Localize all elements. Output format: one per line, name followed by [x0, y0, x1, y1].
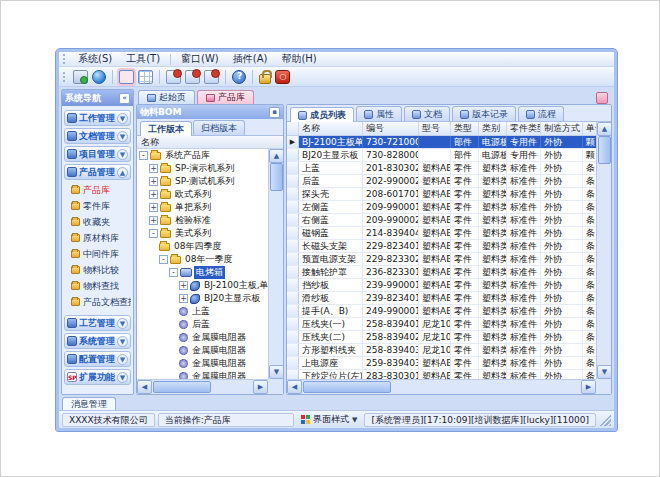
- table-horizontal-scrollbar[interactable]: ◀ ▶: [287, 379, 596, 394]
- table-hscroll-thumb[interactable]: [303, 381, 391, 393]
- tree-item-7[interactable]: 08年四季度: [137, 240, 268, 253]
- column-header-0[interactable]: 名称: [299, 122, 363, 135]
- menu-item-0[interactable]: 系统(S): [71, 52, 119, 66]
- expand-icon[interactable]: +: [149, 190, 158, 199]
- sidebar-item-1[interactable]: 零件库: [68, 198, 131, 214]
- sidebar-item-2[interactable]: 收藏夹: [68, 214, 131, 230]
- row-selector[interactable]: [287, 266, 299, 278]
- tree-item-12[interactable]: 上盖: [137, 305, 268, 318]
- collapse-icon[interactable]: -: [159, 255, 168, 264]
- tree-item-16[interactable]: 金属膜电阻器: [137, 357, 268, 370]
- row-selector[interactable]: [287, 357, 299, 369]
- table-row[interactable]: 下纱定位片(左)283-830301-00X塑料ABS零件塑料类标准件外协条: [287, 370, 596, 379]
- sidebar-section-0[interactable]: 工作管理▼: [64, 110, 131, 126]
- row-selector[interactable]: [287, 149, 299, 161]
- row-selector[interactable]: [287, 253, 299, 265]
- tree-horizontal-scrollbar[interactable]: ◀ ▶: [137, 379, 268, 394]
- collapse-sidebar-icon[interactable]: «: [119, 93, 130, 104]
- tree-item-9[interactable]: -电烤箱: [137, 266, 268, 279]
- scroll-up-icon[interactable]: ▲: [269, 149, 283, 163]
- tree-item-14[interactable]: 金属膜电阻器: [137, 331, 268, 344]
- sidebar-item-5[interactable]: 物料比较: [68, 262, 131, 278]
- row-selector[interactable]: [287, 201, 299, 213]
- chevron-down-icon[interactable]: ▼: [117, 131, 128, 142]
- row-selector[interactable]: [287, 240, 299, 252]
- scroll-up-icon[interactable]: ▲: [597, 122, 611, 136]
- collapse-icon[interactable]: -: [169, 268, 178, 277]
- sidebar-section-2[interactable]: 项目管理▼: [64, 146, 131, 162]
- column-header-6[interactable]: 制造方式: [541, 122, 583, 135]
- tree-item-3[interactable]: +欧式系列: [137, 188, 268, 201]
- table-row[interactable]: 长磁头支架229-823401-00X塑料ABS零件塑料类标准件外协条: [287, 240, 596, 253]
- table-row[interactable]: 探头壳208-601701-01X塑料ABS零件塑料类标准件外协条: [287, 188, 596, 201]
- toolbar-grip[interactable]: [63, 72, 67, 82]
- menubar-grip[interactable]: [63, 54, 67, 64]
- expand-icon[interactable]: +: [149, 164, 158, 173]
- chevron-down-icon[interactable]: ▼: [117, 113, 128, 124]
- tree-vertical-scrollbar[interactable]: ▲ ▼: [268, 149, 283, 379]
- column-header-5[interactable]: 零件类型: [507, 122, 541, 135]
- member-tab-2[interactable]: 文档: [404, 106, 450, 121]
- doc-tab-1[interactable]: 产品库: [197, 90, 254, 104]
- sidebar-section-6[interactable]: 配置管理▼: [64, 351, 131, 367]
- chevron-down-icon[interactable]: ▼: [117, 354, 128, 365]
- collapse-icon[interactable]: -: [149, 229, 158, 238]
- close-tab-icon[interactable]: [596, 92, 608, 104]
- expand-icon[interactable]: +: [149, 203, 158, 212]
- sidebar-item-6[interactable]: 物料查找: [68, 278, 131, 294]
- sidebar-section-7[interactable]: SP扩展功能▼: [64, 369, 131, 385]
- sidebar-item-3[interactable]: 原材料库: [68, 230, 131, 246]
- row-selector[interactable]: [287, 292, 299, 304]
- close-window3-icon[interactable]: [204, 70, 219, 84]
- sidebar-item-7[interactable]: 产品文档查找: [68, 294, 131, 310]
- expand-icon[interactable]: +: [179, 294, 188, 303]
- tree-item-10[interactable]: +BJ-2100主板,单点: [137, 279, 268, 292]
- table-row[interactable]: 压线夹(二)258-839402-00X尼龙1010零件塑料类标准件外协条: [287, 331, 596, 344]
- table-row[interactable]: 磁钢盖214-839404-01X塑料ABS零件塑料类标准件外协条: [287, 227, 596, 240]
- table-row[interactable]: ▶BJ-2100主板单点730-721000-12X部件电源板专用件外协颗: [287, 136, 596, 149]
- folder-view-icon[interactable]: [119, 70, 134, 84]
- column-header-4[interactable]: 类别: [479, 122, 507, 135]
- table-row[interactable]: 方形塑料线夹258-839403-00X尼龙1010零件塑料类标准件外协条: [287, 344, 596, 357]
- member-tab-0[interactable]: 成员列表: [290, 107, 354, 122]
- tree-item-5[interactable]: +检验标准: [137, 214, 268, 227]
- doc-tab-0[interactable]: 起始页: [138, 90, 195, 104]
- scroll-down-icon[interactable]: ▼: [269, 365, 283, 379]
- row-selector[interactable]: [287, 370, 299, 379]
- row-selector[interactable]: [287, 331, 299, 343]
- row-selector[interactable]: [287, 279, 299, 291]
- tree-item-4[interactable]: +单把系列: [137, 201, 268, 214]
- tree-item-2[interactable]: +SP-测试机系列: [137, 175, 268, 188]
- bom-tab-1[interactable]: 归档版本: [193, 120, 245, 135]
- row-selector[interactable]: [287, 227, 299, 239]
- help-icon[interactable]: [232, 70, 246, 84]
- globe-icon[interactable]: [92, 70, 106, 84]
- member-tab-3[interactable]: 版本记录: [452, 106, 516, 121]
- scroll-left-icon[interactable]: ◀: [137, 380, 152, 394]
- tree-item-6[interactable]: -美式系列: [137, 227, 268, 240]
- scroll-left-icon[interactable]: ◀: [287, 380, 302, 394]
- table-row[interactable]: 后盖202-990002-01X塑料ABS零件塑料类标准件外协条: [287, 175, 596, 188]
- logout-icon[interactable]: [275, 70, 290, 84]
- table-row[interactable]: BJ20主显示板730-828000-04X部件电源板专用件外协颗: [287, 149, 596, 162]
- member-tab-4[interactable]: 流程: [518, 106, 564, 121]
- table-row[interactable]: 滑纱板239-823401-00X塑料ABS零件塑料类标准件外协条: [287, 292, 596, 305]
- bom-tab-0[interactable]: 工作版本: [140, 121, 192, 136]
- tree-item-0[interactable]: -系统产品库: [137, 149, 268, 162]
- close-window-icon[interactable]: [166, 70, 181, 84]
- column-header-2[interactable]: 型号: [419, 122, 451, 135]
- chevron-up-icon[interactable]: ▲: [117, 167, 128, 178]
- tree-item-8[interactable]: -08年一季度: [137, 253, 268, 266]
- row-selector[interactable]: [287, 344, 299, 356]
- resize-grip[interactable]: [599, 414, 611, 426]
- table-row[interactable]: 上盖201-830302-00X塑料ABS零件塑料类标准件外协条: [287, 162, 596, 175]
- row-selector[interactable]: ▶: [287, 136, 299, 148]
- close-window2-icon[interactable]: [185, 70, 200, 84]
- table-row[interactable]: 压线夹(一)258-839401-00X尼龙1010零件塑料类标准件外协条: [287, 318, 596, 331]
- sidebar-item-0[interactable]: 产品库: [68, 182, 131, 198]
- menu-item-4[interactable]: 插件(A): [226, 52, 275, 66]
- table-row[interactable]: 左侧盖209-990001-01X塑料ABS零件塑料类标准件外协条: [287, 201, 596, 214]
- menu-item-3[interactable]: 窗口(W): [174, 52, 226, 66]
- expand-icon[interactable]: +: [149, 177, 158, 186]
- table-row[interactable]: 挡纱板239-990001-01X塑料ABS零件塑料类标准件外协条: [287, 279, 596, 292]
